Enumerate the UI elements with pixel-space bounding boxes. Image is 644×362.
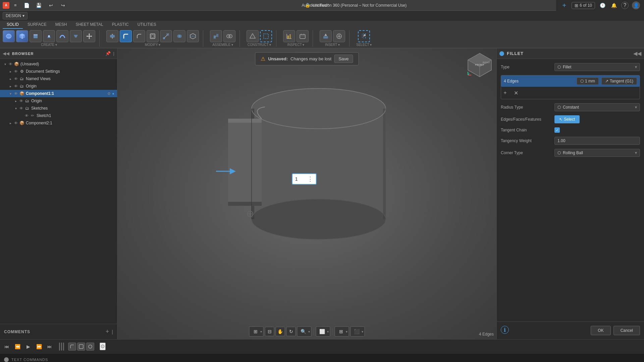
tree-item-doc-settings[interactable]: ▸ 👁 ⚙ Document Settings [0, 68, 117, 75]
add-comment-btn[interactable]: + [106, 328, 109, 335]
select-group-label[interactable]: SELECT ▾ [356, 43, 372, 47]
clock-btn[interactable]: 🕐 [598, 1, 606, 9]
bell-btn[interactable]: 🔔 [610, 1, 618, 9]
assemble-group-label[interactable]: ASSEMBLE ▾ [212, 43, 233, 47]
timeline-first-btn[interactable]: ⏮ [3, 343, 11, 351]
gear-component1[interactable]: ⚙ [107, 92, 111, 96]
tree-item-component1[interactable]: ▾ 👁 📦 Component1:1 ⚙ ● [0, 90, 117, 97]
eye-sketches[interactable]: 👁 [19, 106, 23, 110]
tree-item-origin[interactable]: ▸ 👁 🗂 Origin [0, 82, 117, 90]
create-sweep-icon[interactable] [56, 30, 68, 42]
modify-fillet-icon[interactable] [120, 30, 132, 42]
construct-icon1[interactable] [247, 30, 259, 42]
tab-mesh[interactable]: MESH [51, 21, 71, 29]
create-sphere-icon[interactable] [3, 30, 15, 42]
tree-item-component2[interactable]: ▸ 👁 📦 Component2:1 [0, 119, 117, 127]
orbit-btn[interactable]: ↻ [286, 327, 296, 336]
tab-surface[interactable]: SURFACE [23, 21, 51, 29]
construct-group-label[interactable]: CONSTRUCT ▾ [248, 43, 271, 47]
timeline-step-2[interactable] [77, 343, 85, 351]
select-edges-btn[interactable]: ↖ Select [554, 115, 580, 123]
eye-sketch1[interactable]: 👁 [25, 114, 29, 118]
design-dropdown[interactable]: DESIGN ▾ [3, 12, 28, 19]
ok-btn[interactable]: OK [591, 326, 610, 335]
timeline-last-btn[interactable]: ⏭ [46, 343, 54, 351]
create-extrude-icon[interactable] [30, 30, 42, 42]
tree-item-named-views[interactable]: ▸ 👁 🗂 Named Views [0, 75, 117, 82]
modify-combine-icon[interactable] [173, 30, 185, 42]
create-move-icon[interactable] [83, 30, 95, 42]
zoom-dropdown[interactable]: 🔍 ▾ [297, 326, 312, 337]
tangent-chain-checkbox[interactable]: ✓ [554, 127, 560, 133]
tree-item-sketch1[interactable]: 👁 ✏ Sketch1 [0, 112, 117, 119]
inspect-icon1[interactable] [283, 30, 295, 42]
viewcube[interactable]: FRONT RIGHT [466, 52, 493, 78]
timeline-next-btn[interactable]: ⏩ [35, 343, 43, 351]
eye-unsaved[interactable]: 👁 [9, 62, 12, 66]
close-tab-btn[interactable]: ✕ [331, 1, 339, 9]
tab-sheet-metal[interactable]: SHEET METAL [71, 21, 107, 29]
tab-plastic[interactable]: PLASTIC [108, 21, 133, 29]
modify-group-label[interactable]: MODIFY ▾ [145, 43, 160, 47]
eye-named-views[interactable]: 👁 [14, 77, 18, 81]
btn-undo[interactable]: ↩ [47, 1, 55, 9]
create-group-label[interactable]: CREATE ▾ [41, 43, 57, 47]
modify-chamfer-icon[interactable] [133, 30, 145, 42]
eye-doc-settings[interactable]: 👁 [14, 69, 18, 73]
modify-section-icon[interactable] [187, 30, 199, 42]
type-dropdown[interactable]: ⬡ Fillet ▾ [554, 63, 640, 71]
save-warning-btn[interactable]: Save [334, 55, 353, 63]
display-btn[interactable]: ⬜ [318, 327, 327, 336]
tree-item-unsaved[interactable]: ▾ 👁 📦 (Unsaved) [0, 60, 117, 68]
panel-collapse-btn[interactable]: ◀◀ [633, 50, 641, 57]
insert-icon1[interactable] [320, 30, 332, 42]
viewport[interactable]: ⊕ ⚠ Unsaved: Changes may be lost Save ⋮ [117, 48, 496, 339]
float-input-field[interactable] [295, 176, 305, 182]
timeline-play-btn[interactable]: ▶ [24, 343, 32, 351]
btn-redo[interactable]: ↪ [59, 1, 67, 9]
create-revolve-icon[interactable] [43, 30, 55, 42]
pan-btn[interactable]: ✋ [276, 327, 285, 336]
tree-item-component1-origin[interactable]: ▸ 👁 🗂 Origin [0, 97, 117, 105]
inspect-group-label[interactable]: INSPECT ▾ [287, 43, 305, 47]
modify-press-icon[interactable] [106, 30, 118, 42]
eye-component2[interactable]: 👁 [14, 121, 18, 125]
timeline-settings-btn[interactable]: ⚙ [100, 343, 106, 350]
radius-type-dropdown[interactable]: ⬡ Constant ▾ [554, 103, 640, 111]
create-loft-icon[interactable] [70, 30, 82, 42]
modify-scale-icon[interactable] [160, 30, 172, 42]
collapse-comments-btn[interactable]: | [112, 329, 113, 335]
info-btn[interactable]: ℹ [501, 326, 509, 334]
edges-mm-control[interactable]: ⬡ 1 mm [577, 77, 599, 85]
tree-item-sketches[interactable]: ▾ 👁 🗂 Sketches [0, 105, 117, 112]
collapse-browser-btn[interactable]: ◀◀ [3, 51, 9, 56]
eye-component1-origin[interactable]: 👁 [19, 99, 23, 103]
inspect-icon2[interactable] [297, 30, 309, 42]
edges-row[interactable]: 4 Edges ⬡ 1 mm ↗ Tangent (G1) [501, 75, 640, 87]
env-dropdown[interactable]: ⬛ ▾ [351, 326, 365, 337]
grid-btn[interactable]: ⊟ [265, 327, 274, 336]
insert-icon2[interactable] [333, 30, 345, 42]
zoom-btn[interactable]: 🔍 [299, 327, 308, 336]
tangency-weight-input[interactable]: 1.00 [554, 137, 640, 145]
assemble-icon1[interactable] [210, 30, 222, 42]
tab-utilities[interactable]: UTILITIES [133, 21, 160, 29]
timeline-step-3[interactable] [86, 343, 94, 351]
edges-tangent-control[interactable]: ↗ Tangent (G1) [601, 77, 637, 85]
pin-browser-btn[interactable]: 📌 [105, 51, 111, 56]
user-btn[interactable]: 👤 [632, 1, 640, 9]
tab-solid[interactable]: SOLID [3, 21, 23, 29]
add-edge-btn[interactable]: + [501, 89, 509, 97]
select-icon1[interactable] [358, 30, 370, 42]
eye-origin[interactable]: 👁 [14, 84, 18, 88]
btn-new[interactable]: 📄 [23, 1, 31, 9]
viewport-canvas[interactable]: ⊕ ⚠ Unsaved: Changes may be lost Save ⋮ [117, 48, 496, 339]
remove-edge-btn[interactable]: ✕ [512, 89, 520, 97]
env-btn[interactable]: ⬛ [352, 327, 362, 336]
menu-app[interactable]: ≡ [12, 2, 19, 8]
assemble-icon2[interactable] [223, 30, 235, 42]
cancel-btn[interactable]: Cancel [613, 326, 640, 335]
modify-shell-icon[interactable] [147, 30, 159, 42]
snap-dropdown[interactable]: ⊞ ▾ [249, 326, 264, 337]
resize-browser-btn[interactable]: | [113, 51, 114, 56]
